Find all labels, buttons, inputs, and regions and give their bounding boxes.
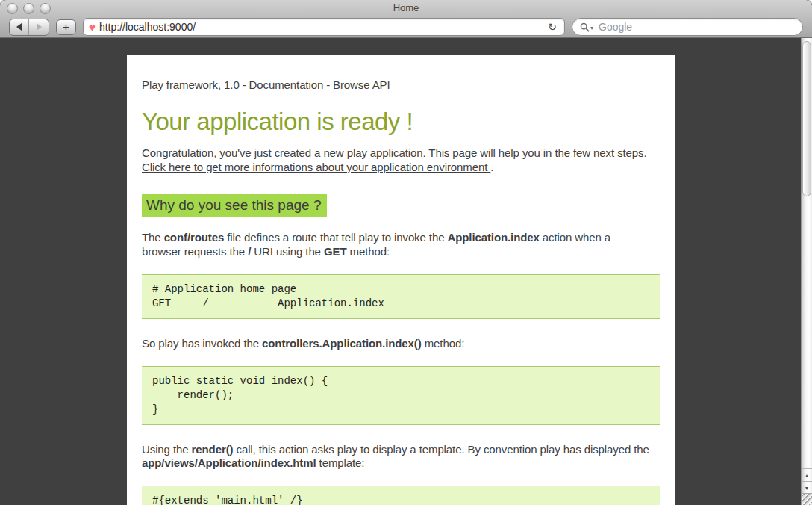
browser-window: Home + ♥ http://localhost:9000/ ↻: [0, 0, 812, 505]
scrollbar-arrows: ▲ ▼: [802, 468, 812, 494]
minimize-button[interactable]: [23, 3, 34, 14]
text: Congratulation, you've just created a ne…: [142, 146, 647, 159]
text: method:: [422, 337, 465, 350]
resize-grip[interactable]: [802, 493, 812, 505]
header-meta: Play framework, 1.0 - Documentation - Br…: [142, 78, 649, 93]
separator: -: [326, 78, 330, 93]
emphasized-text: app/views/Application/index.html: [142, 456, 316, 469]
nav-button-group: [9, 19, 49, 36]
text: method:: [346, 245, 390, 258]
reload-icon: ↻: [548, 21, 557, 33]
zoom-button[interactable]: [40, 3, 51, 14]
invoked-paragraph: So play has invoked the controllers.Appl…: [142, 337, 649, 351]
text: URI using the: [251, 245, 324, 258]
separator: -: [243, 78, 246, 93]
back-button[interactable]: [10, 19, 29, 35]
scrollbar-thumb[interactable]: [802, 41, 811, 196]
search-placeholder: Google: [599, 21, 632, 33]
window-titlebar[interactable]: Home: [0, 0, 812, 16]
code-block-template: #{extends 'main.html' /} #{set title:'Ho…: [142, 486, 660, 505]
favicon-heart-icon: ♥: [89, 22, 96, 33]
text: The: [142, 231, 164, 244]
browser-toolbar: + ♥ http://localhost:9000/ ↻ ▾ Google: [0, 16, 812, 37]
text: Using the: [142, 443, 192, 456]
inline-link[interactable]: Click here to get more informations abou…: [142, 161, 490, 173]
scroll-up-icon: ▲: [805, 473, 810, 478]
scroll-up-button[interactable]: ▲: [802, 468, 812, 481]
reload-button[interactable]: ↻: [540, 19, 564, 35]
text: .: [490, 161, 493, 173]
scroll-down-button[interactable]: ▼: [802, 481, 812, 494]
forward-button[interactable]: [29, 19, 49, 35]
template-paragraph: Using the render() call, this action ask…: [142, 443, 649, 471]
search-engine-dropdown-icon[interactable]: ▾: [590, 25, 593, 31]
section-heading: Why do you see this page ?: [142, 194, 327, 217]
intro-paragraph: Congratulation, you've just created a ne…: [142, 146, 649, 175]
page-title: Your application is ready !: [142, 108, 660, 136]
search-icon: [580, 22, 590, 32]
new-tab-button[interactable]: +: [56, 19, 76, 35]
code-block-controller: public static void index() { render(); }: [142, 366, 660, 425]
text: file defines a route that tell play to i…: [224, 231, 447, 244]
page-background: Play framework, 1.0 - Documentation - Br…: [0, 38, 801, 505]
text: call, this action asks play to display a…: [233, 443, 649, 456]
text: So play has invoked the: [142, 337, 262, 350]
emphasized-text: controllers.Application.index(): [262, 337, 422, 350]
plus-icon: +: [63, 20, 69, 33]
emphasized-text: GET: [324, 245, 347, 258]
emphasized-text: conf/routes: [164, 231, 225, 244]
back-icon: [16, 23, 22, 31]
window-chrome: Home + ♥ http://localhost:9000/ ↻: [0, 0, 812, 38]
address-bar[interactable]: ♥ http://localhost:9000/ ↻: [83, 18, 565, 36]
content-panel: Play framework, 1.0 - Documentation - Br…: [127, 55, 675, 505]
forward-icon: [37, 23, 42, 31]
emphasized-text: render(): [192, 443, 234, 456]
brand-text: Play framework, 1.0: [142, 78, 240, 93]
page-viewport: Play framework, 1.0 - Documentation - Br…: [0, 38, 812, 505]
vertical-scrollbar[interactable]: ▲ ▼: [801, 38, 812, 505]
close-button[interactable]: [7, 3, 18, 14]
scroll-down-icon: ▼: [805, 486, 810, 491]
routes-paragraph: The conf/routes file defines a route tha…: [142, 231, 649, 259]
window-title: Home: [0, 0, 812, 16]
section-heading-wrap: Why do you see this page ?: [142, 193, 660, 217]
search-field[interactable]: ▾ Google: [572, 18, 803, 36]
code-block-routes: # Application home page GET / Applicatio…: [142, 274, 660, 319]
documentation-link[interactable]: Documentation: [249, 78, 324, 93]
emphasized-text: Application.index: [447, 231, 539, 244]
traffic-lights: [7, 3, 51, 14]
browse-api-link[interactable]: Browse API: [333, 78, 390, 93]
text: template:: [316, 456, 365, 469]
url-text: http://localhost:9000/: [99, 21, 540, 33]
